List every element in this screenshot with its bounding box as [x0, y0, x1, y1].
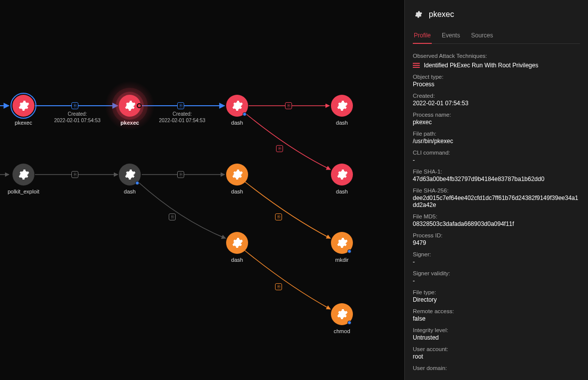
field-label: Process name:: [413, 112, 580, 118]
technique-row[interactable]: Identified PkExec Run With Root Privileg…: [413, 62, 580, 69]
field-label: User account:: [413, 346, 580, 352]
node-label: dash: [220, 257, 255, 263]
field-label: Object type:: [413, 74, 580, 80]
edge-badge[interactable]: ⎘: [177, 171, 184, 178]
field-value: 9479: [413, 239, 580, 246]
tab-sources[interactable]: Sources: [470, 29, 494, 43]
field-value: -: [413, 277, 580, 284]
field-value: -: [413, 258, 580, 265]
field-label: File type:: [413, 289, 580, 295]
field-value: Process: [413, 81, 580, 88]
list-icon: [413, 63, 420, 68]
field-label: Process ID:: [413, 232, 580, 238]
edge-badge[interactable]: ⎘: [169, 213, 176, 220]
node-label: dash: [324, 120, 359, 126]
field-value: root: [413, 353, 580, 360]
field-label: Created:: [413, 93, 580, 99]
field-value: 2022-02-01 07:54:53: [413, 100, 580, 107]
graph-node-dash[interactable]: dash: [220, 164, 255, 194]
graph-node-dash[interactable]: dash: [112, 164, 147, 194]
graph-node-pkexec[interactable]: pkexec: [112, 95, 147, 126]
graph-node-mkdir[interactable]: mkdir: [324, 232, 359, 263]
field-value: false: [413, 315, 580, 322]
node-label: dash: [324, 189, 359, 194]
field-label: File MD5:: [413, 213, 580, 219]
node-label: pkexec: [112, 120, 147, 126]
field-label: Remote access:: [413, 308, 580, 314]
field-label: File SHA-256:: [413, 188, 580, 193]
field-label: File path:: [413, 131, 580, 137]
field-label: CLI command:: [413, 150, 580, 156]
technique-name: Identified PkExec Run With Root Privileg…: [424, 62, 538, 69]
graph-node-dash[interactable]: dash: [220, 95, 255, 126]
node-label: mkdir: [324, 257, 359, 263]
field-value: -: [413, 157, 580, 164]
node-label: dash: [220, 120, 255, 126]
edge-badge[interactable]: ⎘: [285, 102, 292, 109]
node-label: dash: [112, 189, 147, 194]
observed-label: Observed Attack Techniques:: [413, 53, 580, 59]
field-label: Signer:: [413, 251, 580, 257]
tab-events[interactable]: Events: [441, 29, 461, 43]
field-value: Untrusted: [413, 334, 580, 341]
profile-body: Observed Attack Techniques: Identified P…: [413, 44, 580, 371]
field-label: User domain:: [413, 365, 580, 371]
edge-badge[interactable]: ⎘: [276, 145, 283, 152]
field-value: Directory: [413, 296, 580, 303]
field-value: 08328503c3dafada668903d0a094f11f: [413, 220, 580, 227]
field-value: /usr/bin/pkexec: [413, 138, 580, 145]
graph-node-dash[interactable]: dash: [324, 164, 359, 194]
edge-label: Created: 2022-02-01 07:54:53: [152, 111, 212, 124]
details-panel: pkexec Profile Events Sources Observed A…: [404, 0, 588, 380]
node-label: dash: [220, 189, 255, 194]
node-label: polkit_exploit: [6, 189, 41, 194]
field-value: 47d63a00be4fb32797d9b4184e83787ba1b62dd0: [413, 176, 580, 183]
graph-node-chmod[interactable]: chmod: [324, 303, 359, 334]
tabs: Profile Events Sources: [413, 29, 580, 44]
edge-badge[interactable]: ⎘: [71, 171, 78, 178]
gear-icon: [413, 9, 424, 20]
edge-badge[interactable]: ⎘: [71, 102, 78, 109]
graph-canvas[interactable]: ⎘ ⎘ ⎘ ⎘ ⎘ ⎘ ⎘ ⎘ ⎘ Created: 2022-02-01 07…: [0, 0, 404, 380]
field-label: Signer validity:: [413, 270, 580, 276]
edge-badge[interactable]: ⎘: [177, 102, 184, 109]
node-label: pkexec: [6, 120, 41, 126]
graph-node-polkit_exploit[interactable]: polkit_exploit: [6, 164, 41, 194]
field-value: pkexec: [413, 119, 580, 126]
graph-node-dash[interactable]: dash: [324, 95, 359, 126]
node-label: chmod: [324, 328, 359, 334]
graph-node-pkexec[interactable]: pkexec: [6, 95, 41, 126]
tab-profile[interactable]: Profile: [413, 29, 432, 44]
edge-label: Created: 2022-02-01 07:54:53: [47, 111, 107, 124]
field-label: File SHA-1:: [413, 169, 580, 175]
edge-badge[interactable]: ⎘: [275, 213, 282, 220]
edge-badge[interactable]: ⎘: [275, 283, 282, 290]
panel-title: pkexec: [429, 10, 454, 19]
field-value: dee2d015c7ef64ee402cfd1dc7ff61b76d24382f…: [413, 194, 580, 208]
graph-node-dash[interactable]: dash: [220, 232, 255, 263]
field-label: Integrity level:: [413, 327, 580, 333]
